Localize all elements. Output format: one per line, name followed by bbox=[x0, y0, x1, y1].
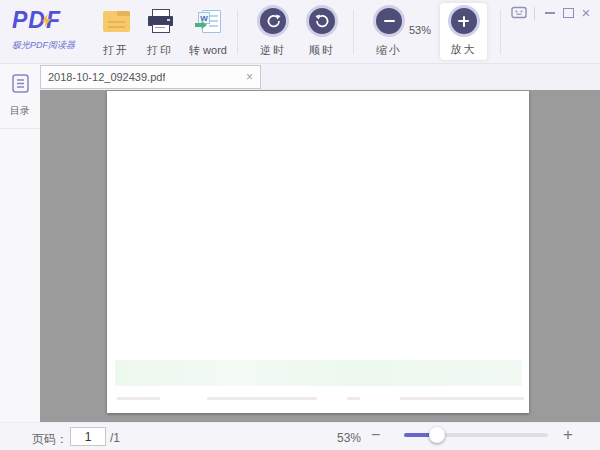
zoom-in-icon bbox=[451, 6, 477, 36]
document-area[interactable] bbox=[40, 90, 600, 422]
app-name: 极光PDF阅读器 bbox=[12, 39, 75, 52]
toc-label: 目录 bbox=[10, 104, 30, 118]
page-highlight-strip bbox=[115, 360, 522, 386]
rotate-ccw-icon bbox=[260, 6, 286, 36]
zoom-out-label: 缩小 bbox=[376, 43, 402, 58]
open-button-label: 打开 bbox=[103, 43, 129, 58]
feedback-icon[interactable] bbox=[510, 5, 528, 21]
page-total-label: /1 bbox=[110, 431, 120, 445]
open-button[interactable]: 打开 bbox=[94, 6, 138, 58]
close-icon[interactable]: × bbox=[577, 5, 595, 21]
convert-to-word-label: 转 word bbox=[189, 43, 227, 58]
window-controls-divider bbox=[534, 7, 535, 20]
slider-zoom-out-button[interactable]: − bbox=[371, 426, 380, 444]
rotate-ccw-label: 逆时 bbox=[260, 43, 286, 58]
toc-icon bbox=[12, 74, 29, 97]
page-text-fragment bbox=[207, 397, 317, 400]
zoom-out-icon bbox=[376, 6, 402, 36]
rotate-cw-label: 顺时 bbox=[309, 43, 335, 58]
printer-icon bbox=[148, 6, 173, 36]
maximize-icon[interactable] bbox=[559, 5, 577, 21]
tab-bar: 2018-10-12_092439.pdf × bbox=[0, 64, 600, 90]
word-convert-icon: W bbox=[195, 6, 221, 36]
toolbar-zoom-level: 53% bbox=[400, 24, 440, 36]
sidebar: 目录 bbox=[0, 64, 40, 422]
print-button-label: 打印 bbox=[147, 43, 173, 58]
window-controls: × bbox=[510, 5, 595, 21]
toolbar-divider bbox=[500, 10, 501, 54]
rotate-cw-icon bbox=[309, 6, 335, 36]
folder-icon bbox=[103, 6, 130, 36]
zoom-slider-handle[interactable] bbox=[429, 427, 445, 443]
pdf-page bbox=[107, 91, 529, 413]
status-bar: 页码： /1 53% − + bbox=[0, 422, 600, 450]
app-logo: PDF 极光PDF阅读器 bbox=[12, 7, 104, 57]
logo-pdf-text: PDF bbox=[12, 7, 104, 33]
toolbar: PDF 极光PDF阅读器 打开 打印 W 转 word bbox=[0, 0, 600, 64]
zoom-slider[interactable] bbox=[404, 433, 548, 437]
zoom-in-button[interactable]: 放大 bbox=[440, 3, 487, 60]
page-text-fragment bbox=[347, 397, 360, 400]
page-number-label: 页码： bbox=[32, 431, 68, 448]
rotate-cw-button[interactable]: 顺时 bbox=[300, 6, 344, 58]
minimize-icon[interactable] bbox=[541, 5, 559, 21]
zoom-in-label: 放大 bbox=[451, 42, 477, 57]
toolbar-divider bbox=[353, 10, 354, 54]
page-text-fragment bbox=[400, 397, 524, 400]
pdf-reader-window: { "logo": { "title": "PDF", "subtitle": … bbox=[0, 0, 600, 450]
rotate-ccw-button[interactable]: 逆时 bbox=[251, 6, 295, 58]
slider-zoom-in-button[interactable]: + bbox=[563, 425, 573, 445]
sidebar-item-toc[interactable]: 目录 bbox=[0, 74, 40, 129]
document-tab-title: 2018-10-12_092439.pdf bbox=[48, 71, 165, 83]
statusbar-zoom-percent: 53% bbox=[337, 431, 361, 445]
convert-to-word-button[interactable]: W 转 word bbox=[181, 6, 235, 58]
toolbar-divider bbox=[237, 10, 238, 54]
page-text-fragment bbox=[117, 397, 160, 400]
tab-close-icon[interactable]: × bbox=[246, 71, 253, 83]
page-number-input[interactable] bbox=[70, 427, 106, 446]
print-button[interactable]: 打印 bbox=[138, 6, 182, 58]
document-tab[interactable]: 2018-10-12_092439.pdf × bbox=[40, 65, 261, 89]
